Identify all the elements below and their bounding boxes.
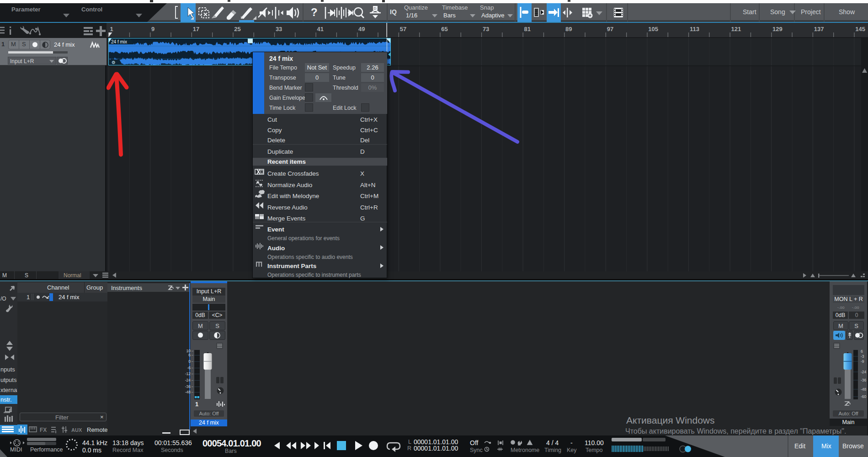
svg-text:49: 49 <box>358 26 365 32</box>
svg-text:0: 0 <box>188 359 191 364</box>
svg-text:-36: -36 <box>185 384 191 389</box>
svg-text:FX: FX <box>40 427 47 433</box>
svg-text:121: 121 <box>731 26 741 32</box>
svg-text:xternal: xternal <box>0 387 17 393</box>
svg-text:utputs: utputs <box>0 376 17 383</box>
svg-text:9: 9 <box>151 26 154 32</box>
svg-text:-9: -9 <box>861 359 864 364</box>
svg-text:-60: -60 <box>861 394 867 399</box>
svg-text:6: 6 <box>861 349 863 354</box>
svg-text:113: 113 <box>690 26 699 32</box>
svg-text:-12: -12 <box>185 371 191 376</box>
svg-text:129: 129 <box>772 26 783 32</box>
svg-text:nstr.: nstr. <box>0 396 12 403</box>
svg-text:D: D <box>374 6 377 11</box>
svg-text:1: 1 <box>110 26 113 32</box>
svg-text:145: 145 <box>855 26 865 32</box>
svg-text:17: 17 <box>193 26 199 32</box>
svg-text:25: 25 <box>234 26 240 32</box>
svg-text:/O: /O <box>0 296 6 302</box>
svg-text:-24: -24 <box>185 378 191 382</box>
svg-text:105: 105 <box>648 26 658 32</box>
svg-text:nputs: nputs <box>0 366 15 373</box>
svg-text:-6: -6 <box>187 366 191 370</box>
svg-text:57: 57 <box>400 26 406 32</box>
svg-text:-48: -48 <box>185 390 191 394</box>
svg-text:81: 81 <box>524 26 531 32</box>
svg-text:73: 73 <box>483 26 489 32</box>
svg-text:137: 137 <box>814 26 824 32</box>
svg-text:6: 6 <box>188 353 191 357</box>
svg-text:-3: -3 <box>861 354 864 359</box>
svg-text:AUX: AUX <box>71 427 82 433</box>
svg-text:Remote: Remote <box>87 426 107 433</box>
svg-text:-24: -24 <box>861 370 867 374</box>
svg-text:41: 41 <box>317 26 324 32</box>
svg-text:65: 65 <box>441 26 447 32</box>
svg-text:33: 33 <box>276 26 282 32</box>
svg-text:-48: -48 <box>861 387 867 392</box>
svg-text:97: 97 <box>607 26 613 32</box>
svg-text:-36: -36 <box>861 378 867 382</box>
svg-text:89: 89 <box>565 26 572 32</box>
